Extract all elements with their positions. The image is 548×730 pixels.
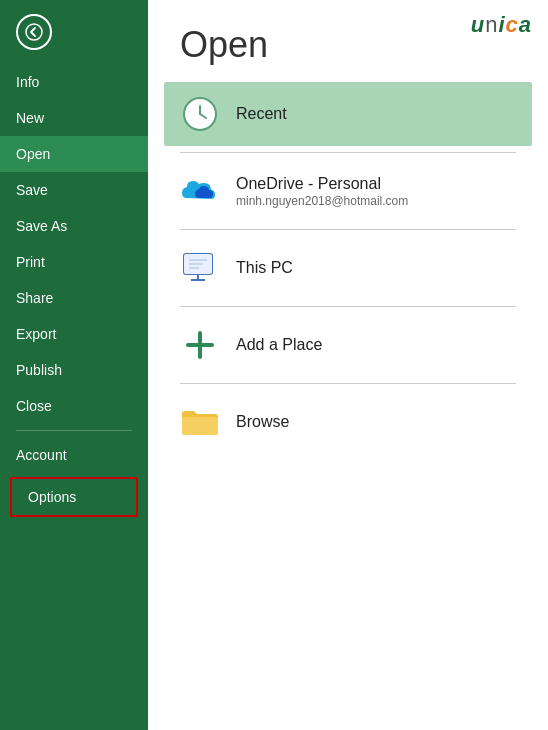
sidebar-item-info[interactable]: Info: [0, 64, 148, 100]
open-item-recent[interactable]: Recent: [164, 82, 532, 146]
recent-label: Recent: [236, 105, 287, 123]
onedrive-email: minh.nguyen2018@hotmail.com: [236, 194, 408, 208]
divider-4: [180, 383, 516, 384]
onedrive-icon: [180, 171, 220, 211]
sidebar-item-new[interactable]: New: [0, 100, 148, 136]
clock-icon: [180, 94, 220, 134]
onedrive-text: OneDrive - Personal minh.nguyen2018@hotm…: [236, 175, 408, 208]
sidebar-nav: Info New Open Save Save As Print Share E…: [0, 64, 148, 730]
divider-2: [180, 229, 516, 230]
sidebar-item-open[interactable]: Open: [0, 136, 148, 172]
add-place-label: Add a Place: [236, 336, 322, 354]
divider-3: [180, 306, 516, 307]
unica-logo: unica: [471, 12, 532, 38]
browse-label: Browse: [236, 413, 289, 431]
open-item-browse[interactable]: Browse: [164, 390, 532, 454]
folder-icon: [180, 402, 220, 442]
sidebar-item-print[interactable]: Print: [0, 244, 148, 280]
sidebar-divider: [16, 430, 132, 431]
this-pc-text: This PC: [236, 259, 293, 277]
sidebar: Info New Open Save Save As Print Share E…: [0, 0, 148, 730]
open-list: Recent OneDrive - Personal minh.nguyen20…: [148, 82, 548, 454]
sidebar-item-save-as[interactable]: Save As: [0, 208, 148, 244]
back-button[interactable]: [0, 0, 148, 64]
sidebar-item-export[interactable]: Export: [0, 316, 148, 352]
sidebar-item-publish[interactable]: Publish: [0, 352, 148, 388]
svg-point-0: [26, 24, 42, 40]
sidebar-item-options[interactable]: Options: [10, 477, 138, 517]
browse-text: Browse: [236, 413, 289, 431]
main-panel: unica Open Recent: [148, 0, 548, 730]
sidebar-item-share[interactable]: Share: [0, 280, 148, 316]
sidebar-item-close[interactable]: Close: [0, 388, 148, 424]
open-item-onedrive[interactable]: OneDrive - Personal minh.nguyen2018@hotm…: [164, 159, 532, 223]
this-pc-label: This PC: [236, 259, 293, 277]
recent-text: Recent: [236, 105, 287, 123]
divider-1: [180, 152, 516, 153]
open-item-add-place[interactable]: Add a Place: [164, 313, 532, 377]
computer-icon: [180, 248, 220, 288]
back-circle-icon: [16, 14, 52, 50]
add-place-text: Add a Place: [236, 336, 322, 354]
open-item-this-pc[interactable]: This PC: [164, 236, 532, 300]
sidebar-item-account[interactable]: Account: [0, 437, 148, 473]
onedrive-label: OneDrive - Personal: [236, 175, 408, 193]
add-place-icon: [180, 325, 220, 365]
sidebar-item-save[interactable]: Save: [0, 172, 148, 208]
